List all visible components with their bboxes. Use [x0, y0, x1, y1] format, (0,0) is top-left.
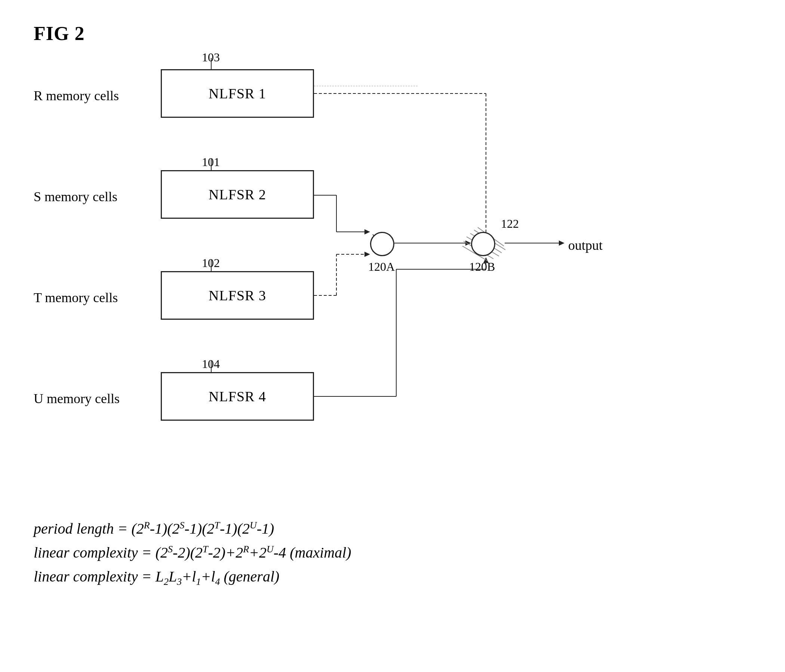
nlfsr3-box: NLFSR 3 — [161, 271, 314, 320]
ref-120a: 120A — [368, 260, 395, 274]
nlfsr1-label: NLFSR 1 — [209, 85, 266, 102]
formula-linear-max: linear complexity = (2S-2)(2T-2)+2R+2U-4… — [34, 541, 351, 565]
svg-marker-8 — [465, 240, 471, 246]
nlfsr4-label: NLFSR 4 — [209, 388, 266, 405]
ref-122: 122 — [501, 217, 519, 231]
multiply-circle — [370, 232, 394, 256]
svg-marker-12 — [364, 229, 370, 235]
nlfsr4-mem-label: U memory cells — [34, 391, 120, 406]
nlfsr4-ref: 104 — [202, 357, 220, 371]
nlfsr1-ref: 103 — [202, 50, 220, 64]
nlfsr3-mem-label: T memory cells — [34, 290, 118, 305]
xor-circle — [471, 232, 495, 256]
figure-title: FIG 2 — [34, 22, 84, 44]
nlfsr3-label: NLFSR 3 — [209, 287, 266, 304]
nlfsr2-ref: 101 — [202, 155, 220, 169]
formula-period: period length = (2R-1)(2S-1)(2T-1)(2U-1) — [34, 517, 351, 541]
formula-section: period length = (2R-1)(2S-1)(2T-1)(2U-1)… — [34, 517, 351, 590]
formula-linear-general: linear complexity = L2L3+l1+l4 (general) — [34, 565, 351, 590]
output-label: output — [568, 238, 603, 253]
ref-120b: 120B — [469, 260, 495, 274]
nlfsr1-mem-label: R memory cells — [34, 88, 119, 103]
nlfsr1-box: NLFSR 1 — [161, 69, 314, 118]
svg-marker-23 — [559, 240, 565, 246]
nlfsr4-box: NLFSR 4 — [161, 372, 314, 421]
nlfsr3-ref: 102 — [202, 256, 220, 270]
nlfsr2-box: NLFSR 2 — [161, 170, 314, 219]
nlfsr2-label: NLFSR 2 — [209, 186, 266, 203]
svg-marker-16 — [364, 252, 370, 257]
nlfsr2-mem-label: S memory cells — [34, 189, 117, 205]
